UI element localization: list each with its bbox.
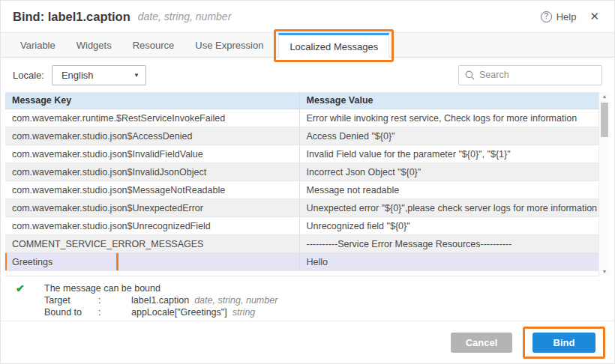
table-body: com.wavemaker.runtime.$RestServiceInvoke… xyxy=(5,109,598,276)
scroll-down-icon[interactable]: ▼ xyxy=(602,267,608,276)
message-key-cell[interactable]: com.wavemaker.runtime.$RestServiceInvoke… xyxy=(5,109,299,127)
table-row[interactable]: COMMENT_SERVICE_ERROR_MESSAGES----------… xyxy=(5,235,598,253)
message-key-cell[interactable]: Greetings xyxy=(5,253,299,270)
search-box[interactable] xyxy=(458,65,602,85)
column-header-message-key[interactable]: Message Key xyxy=(5,92,299,109)
table-row[interactable]: com.wavemaker.studio.json$MessageNotRead… xyxy=(5,181,598,199)
tab-label: Localized Messages xyxy=(290,41,378,52)
message-value-cell[interactable]: Invalid Field value for the parameter "$… xyxy=(299,145,598,163)
cancel-button[interactable]: Cancel xyxy=(451,333,512,353)
message-value-cell[interactable]: Message not readable xyxy=(299,181,598,198)
message-value-cell[interactable]: Unrecognized field "${0}" xyxy=(299,217,598,234)
table-row[interactable]: GreetingsHello xyxy=(5,253,598,271)
dialog-title: Bind: label1.caption xyxy=(13,10,130,24)
bound-to-label: Bound to xyxy=(44,306,98,318)
locale-dropdown[interactable]: English ▼ xyxy=(52,65,146,85)
tab-use-expression[interactable]: Use Expression xyxy=(184,33,274,57)
tab-label: Variable xyxy=(20,40,56,51)
locale-selected-value: English xyxy=(62,70,94,81)
bind-button[interactable]: Bind xyxy=(532,333,596,353)
close-icon[interactable]: ✕ xyxy=(586,8,602,25)
messages-table: Message Key Message Value com.wavemaker.… xyxy=(5,92,598,276)
toolbar: Locale: English ▼ xyxy=(1,58,614,92)
scrollbar-thumb[interactable] xyxy=(601,103,608,137)
table-scrollbar[interactable]: ▲ ▼ xyxy=(598,92,610,276)
message-key-cell[interactable]: COMMENT_SERVICE_ERROR_MESSAGES xyxy=(5,235,299,252)
bind-dialog: Bind: label1.caption date, string, numbe… xyxy=(0,0,615,364)
tab-resource[interactable]: Resource xyxy=(122,33,185,57)
chevron-down-icon: ▼ xyxy=(134,72,140,79)
tab-label: Widgets xyxy=(76,40,112,51)
message-key-cell[interactable]: com.wavemaker.studio.json$AccessDenied xyxy=(5,127,299,145)
table-row[interactable]: com.wavemaker.runtime.$RestServiceInvoke… xyxy=(5,109,598,127)
table-row[interactable]: com.wavemaker.studio.json$InvalidFieldVa… xyxy=(5,145,598,163)
tab-label: Resource xyxy=(133,40,175,51)
tab-variable[interactable]: Variable xyxy=(10,33,66,57)
tab-label: Use Expression xyxy=(195,40,263,51)
binding-status: ✔ The message can be bound Target : labe… xyxy=(1,276,614,318)
colon: : xyxy=(98,306,131,318)
target-label: Target xyxy=(44,294,98,306)
message-value-cell[interactable]: Error while invoking rest service, Check… xyxy=(299,109,598,127)
column-header-message-value[interactable]: Message Value xyxy=(299,92,598,109)
tab-bar: VariableWidgetsResourceUse ExpressionLoc… xyxy=(1,32,614,58)
scroll-up-icon[interactable]: ▲ xyxy=(602,92,608,101)
help-button[interactable]: ? Help xyxy=(541,11,577,22)
check-icon: ✔ xyxy=(16,282,44,294)
tab-annotation-highlight: Localized Messages xyxy=(274,29,394,62)
bound-to-type: string xyxy=(232,306,256,318)
table-row[interactable]: com.wavemaker.studio.json$AccessDeniedAc… xyxy=(5,127,598,145)
scrollbar-track[interactable] xyxy=(599,101,610,267)
message-key-cell[interactable]: com.wavemaker.studio.json$MessageNotRead… xyxy=(5,181,299,198)
status-message: The message can be bound xyxy=(44,282,160,294)
search-input[interactable] xyxy=(479,70,596,80)
message-value-cell[interactable]: ----------Service Error Message Resource… xyxy=(299,235,598,252)
message-key-cell[interactable]: com.wavemaker.studio.json$InvalidFieldVa… xyxy=(5,145,299,163)
message-key-cell[interactable]: com.wavemaker.studio.json$UnrecognizedFi… xyxy=(5,217,299,234)
message-value-cell[interactable]: Incorrect Json Object "${0}" xyxy=(299,163,598,181)
locale-label: Locale: xyxy=(13,70,44,81)
dialog-titlebar: Bind: label1.caption date, string, numbe… xyxy=(1,1,614,32)
colon: : xyxy=(98,294,131,306)
dialog-subtitle: date, string, number xyxy=(138,10,232,22)
help-icon: ? xyxy=(541,11,552,22)
bound-to-value: appLocale["Greetings"] xyxy=(131,306,227,318)
table-row-partial xyxy=(5,271,598,276)
message-value-cell[interactable]: Hello xyxy=(299,253,598,270)
dialog-footer: Cancel Bind xyxy=(1,321,614,363)
message-value-cell[interactable]: Unexpected error "${0}",please check ser… xyxy=(299,199,598,216)
table-row[interactable]: com.wavemaker.studio.json$UnexpectedErro… xyxy=(5,199,598,217)
tab-widgets[interactable]: Widgets xyxy=(66,33,122,57)
messages-table-zone: Message Key Message Value com.wavemaker.… xyxy=(5,92,610,276)
table-row[interactable]: com.wavemaker.studio.json$InvalidJsonObj… xyxy=(5,163,598,181)
help-label: Help xyxy=(556,11,577,22)
bind-annotation-highlight: Bind xyxy=(523,327,605,359)
target-types: date, string, number xyxy=(194,294,278,306)
table-row[interactable]: com.wavemaker.studio.json$UnrecognizedFi… xyxy=(5,217,598,235)
message-key-cell[interactable]: com.wavemaker.studio.json$InvalidJsonObj… xyxy=(5,163,299,181)
target-value: label1.caption xyxy=(131,294,189,306)
table-header-row: Message Key Message Value xyxy=(5,92,598,109)
tab-localized-messages[interactable]: Localized Messages xyxy=(278,33,389,58)
search-icon xyxy=(465,70,475,80)
message-key-cell[interactable]: com.wavemaker.studio.json$UnexpectedErro… xyxy=(5,199,299,216)
message-value-cell[interactable]: Access Denied "${0}" xyxy=(299,127,598,145)
